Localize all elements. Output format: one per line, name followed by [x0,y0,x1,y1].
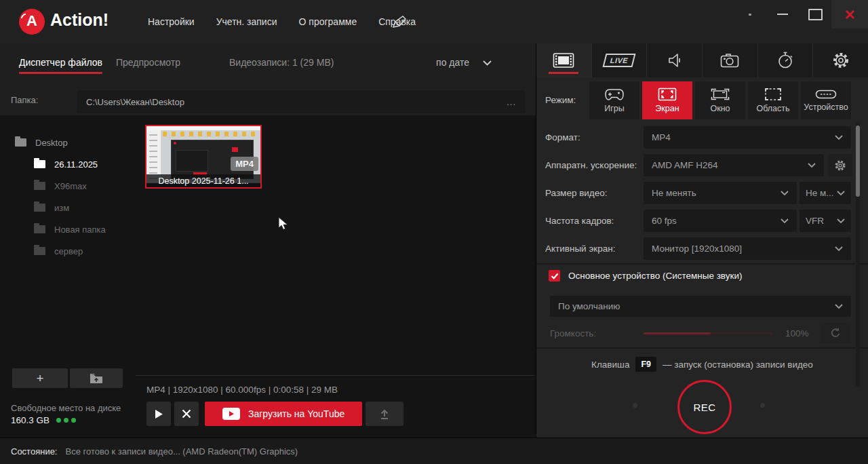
status-bar: Состояние: Все готово к записи видео... … [0,438,868,464]
settings-scrollbar-thumb[interactable] [856,125,860,197]
speaker-icon [667,52,682,69]
format-select[interactable]: MP4 [644,126,851,149]
video-thumbnail[interactable]: MP4 Desktop 2025-11-26 1... [145,125,262,189]
tree-item-x96max[interactable]: X96max [0,175,136,197]
action-app-window: A Action! Настройки Учетн. записи О прог… [0,0,868,464]
browse-button[interactable]: ... [507,97,516,107]
gear-icon [832,52,850,69]
divider [536,347,868,349]
mode-label: Режим: [545,95,576,105]
minimize-button[interactable] [766,0,799,28]
divider [536,263,868,265]
thumbnail-caption: Desktop 2025-11-26 1... [146,174,260,187]
hw-acceleration-select[interactable]: AMD AMF H264 [644,154,824,176]
tree-item-izm[interactable]: изм [0,197,136,218]
pen-icon[interactable] [392,15,407,28]
tab-screenshots[interactable] [703,43,758,77]
folder-icon [34,182,45,190]
chevron-down-icon [835,304,843,309]
thumb-action-filelist [176,150,208,172]
minimize-icon [777,14,788,15]
open-folder-button[interactable] [70,368,123,388]
menu-item-about[interactable]: О программе [299,16,357,27]
volume-slider[interactable] [644,332,772,334]
main-menu: Настройки Учетн. записи О программе Спра… [148,0,416,43]
capture-tabs: LIVE [536,43,868,77]
selected-file-info: MP4 | 1920x1080 | 60.000fps | 0:00:58 | … [146,385,338,395]
decorative-dot [633,403,637,408]
menu-item-settings[interactable]: Настройки [148,16,195,27]
mode-button-area[interactable]: Область [748,81,798,119]
video-size-label: Размер видео: [545,188,608,198]
audio-device-checkbox[interactable] [549,270,560,282]
app-title: Action! [50,10,108,30]
expand-screen-icon [658,88,677,101]
close-button[interactable] [831,0,868,28]
chevron-down-icon [835,135,843,140]
records-summary: Видеозаписи: 1 (29 MB) [229,57,334,68]
reset-icon [829,327,842,339]
add-folder-button[interactable]: + [12,368,68,388]
chevron-down-icon[interactable] [483,60,492,66]
menu-item-accounts[interactable]: Учетн. записи [216,16,277,27]
disk-status-dots [56,418,76,423]
audio-device-select[interactable]: По умолчанию [550,296,851,317]
tree-item-26-11-2025[interactable]: 26.11.2025 [0,153,136,175]
folder-icon [34,204,45,212]
format-badge: MP4 [231,157,258,171]
tree-item-novaya-papka[interactable]: Новая папка [0,218,136,240]
tab-video-capture[interactable] [536,43,592,77]
tab-live-streaming[interactable]: LIVE [592,43,648,77]
green-dot-icon [64,418,68,423]
file-manager-header: Диспетчер файлов Предпросмотр Видеозапис… [0,43,536,115]
pin-button[interactable] [734,0,766,28]
audio-device-checkbox-label: Основное устройство (Системные звуки) [568,271,742,281]
volume-row: Громкость: 100% [536,322,868,346]
mode-button-window[interactable]: Окно [695,81,745,119]
record-mode-row: Режим: Игры Экран [536,77,868,121]
folder-icon [34,225,45,233]
free-space-value: 160.3 GB [11,415,50,425]
framerate-select[interactable]: 60 fps [644,210,797,232]
gear-icon [834,159,846,172]
mode-button-device[interactable]: Устройство [801,81,851,119]
hotkey-keycap: F9 [635,357,656,372]
live-icon: LIVE [602,54,635,67]
video-size-select[interactable]: Не менять [644,182,797,204]
free-space-label: Свободное место на диске [11,403,121,413]
hw-acceleration-row: Аппаратн. ускорение: AMD AMF H264 [536,151,868,179]
thumb-explorer-folder-row [163,132,256,136]
hw-settings-button[interactable] [828,154,852,176]
upload-button[interactable] [366,402,403,426]
sort-by-dropdown[interactable]: по дате [436,57,469,68]
folder-tree: Desktop 26.11.2025 X96max изм Новая папк… [0,132,136,262]
volume-slider-fill [644,332,711,334]
hotkey-prefix: Клавиша [591,360,629,370]
maximize-button[interactable] [799,0,831,28]
folder-path-input[interactable]: C:\Users\Жекан\Desktop ... [77,90,526,113]
tab-settings[interactable] [813,43,868,77]
video-size-secondary-select[interactable]: Не м... [800,182,851,204]
green-dot-icon [71,418,76,423]
tab-audio-recording[interactable] [647,43,703,77]
tab-scheduler[interactable] [758,43,814,77]
volume-reset-button[interactable] [820,323,851,343]
upload-to-youtube-button[interactable]: Загрузить на YouTube [205,402,362,426]
play-button[interactable] [146,402,171,426]
tab-file-manager[interactable]: Диспетчер файлов [19,57,102,68]
rec-button[interactable]: REC [677,380,732,434]
delete-button[interactable] [174,402,199,426]
mode-button-screen[interactable]: Экран [642,81,692,119]
framerate-mode-select[interactable]: VFR [800,210,851,232]
stopwatch-icon [777,52,793,69]
tab-preview[interactable]: Предпросмотр [116,57,180,68]
chevron-down-icon [837,218,845,223]
tree-item-server[interactable]: сервер [0,240,136,262]
format-row: Формат: MP4 [536,123,868,151]
check-icon [551,273,559,279]
tree-item-desktop[interactable]: Desktop [0,132,136,153]
active-screen-select[interactable]: Монитор [1920x1080] [644,237,851,260]
upload-icon [378,408,391,420]
status-text: Все готово к записи видео... (AMD Radeon… [65,446,298,457]
mode-button-games[interactable]: Игры [589,81,639,119]
